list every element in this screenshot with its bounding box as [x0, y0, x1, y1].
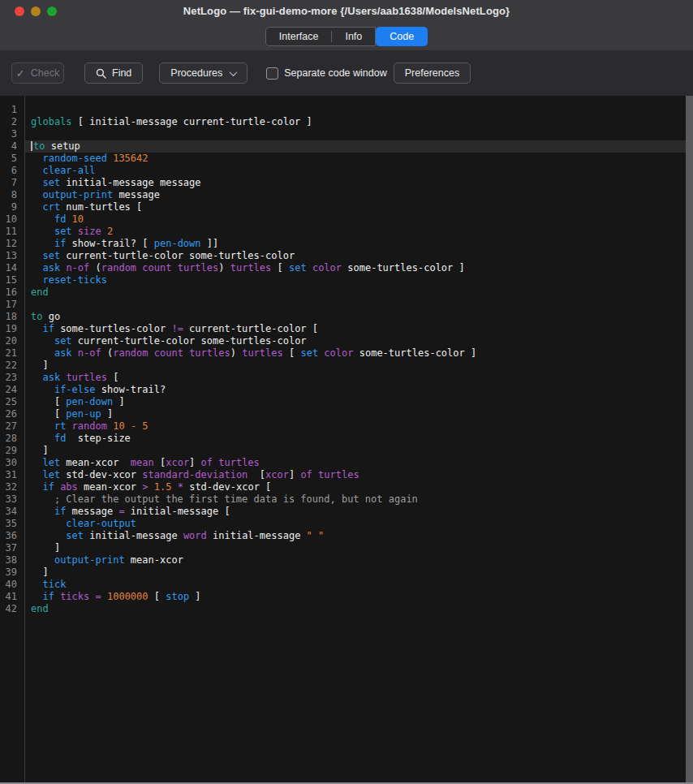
code-line[interactable]: to go [30, 311, 686, 323]
code-token: 5 [142, 420, 148, 432]
code-token: random [113, 347, 148, 359]
code-token: fd [54, 213, 66, 225]
code-token: color [324, 347, 353, 359]
text-cursor [31, 141, 32, 151]
code-token [148, 481, 154, 493]
line-number: 9 [0, 201, 17, 213]
code-line[interactable]: if ticks = 1000000 [ stop ] [30, 591, 686, 603]
code-line[interactable]: set current-turtle-color some-turtles-co… [30, 250, 686, 262]
code-line[interactable]: output-print message [30, 189, 686, 201]
code-line[interactable]: end [30, 603, 686, 615]
code-line[interactable]: if abs mean-xcor > 1.5 * std-dev-xcor [ [30, 481, 686, 493]
code-line[interactable]: to setup [25, 140, 686, 153]
code-line[interactable]: rt random 10 - 5 [30, 420, 686, 433]
code-token: size [78, 226, 101, 237]
code-line[interactable]: set current-turtle-color some-turtles-co… [30, 335, 686, 347]
code-line[interactable] [30, 104, 686, 116]
code-token: ask [42, 372, 60, 383]
code-token: xcor [265, 469, 289, 480]
code-line[interactable]: set size 2 [30, 226, 686, 238]
code-line[interactable]: set initial-message message [30, 177, 686, 189]
tab-interface[interactable]: Interface [266, 28, 332, 45]
separate-code-checkbox[interactable] [266, 67, 278, 80]
scrollbar-thumb[interactable] [686, 96, 693, 782]
code-line[interactable]: random-seed 135642 [30, 153, 686, 165]
code-line[interactable]: ] [30, 445, 686, 457]
code-line[interactable]: if message = initial-message [ [30, 506, 686, 518]
code-token: 10 [113, 420, 124, 432]
line-number: 25 [0, 396, 17, 408]
code-token: message [66, 506, 118, 517]
code-lines[interactable]: globals [ initial-message current-turtle… [25, 96, 686, 782]
code-line[interactable]: ask turtles [ [30, 372, 686, 384]
code-token: if [42, 591, 54, 602]
code-line[interactable]: clear-all [30, 165, 686, 177]
code-token: count [142, 262, 171, 274]
code-token: step-size [66, 433, 130, 444]
code-token: [ [271, 262, 289, 274]
code-line[interactable]: crt num-turtles [ [30, 201, 686, 213]
zoom-window-button[interactable] [47, 6, 57, 16]
code-token: turtles [242, 347, 283, 359]
line-number: 18 [0, 311, 17, 323]
code-token [31, 262, 42, 274]
code-token [31, 469, 42, 480]
code-token [31, 433, 54, 444]
code-token: turtles [178, 262, 219, 274]
code-line[interactable]: reset-ticks [30, 274, 686, 286]
code-editor[interactable]: 1234567891011121314151617181920212223242… [0, 96, 693, 784]
code-line[interactable]: if show-trail? [ pen-down ]] [30, 238, 686, 250]
preferences-button[interactable]: Preferences [394, 62, 471, 84]
code-line[interactable]: clear-output [30, 518, 686, 530]
code-line[interactable]: if some-turtles-color != current-turtle-… [30, 323, 686, 335]
code-line[interactable]: fd step-size [30, 433, 686, 445]
code-token: show-trail? [ [66, 238, 153, 249]
code-token: ask [42, 262, 60, 274]
line-number: 11 [0, 226, 17, 238]
code-token: standard-deviation [142, 469, 248, 480]
code-line[interactable]: ] [30, 360, 686, 372]
line-number: 12 [0, 238, 17, 250]
code-line[interactable]: let mean-xcor mean [xcor] of turtles [30, 457, 686, 469]
code-line[interactable]: ] [30, 542, 686, 554]
code-token [171, 481, 177, 493]
check-button[interactable]: ✓ Check [11, 62, 64, 84]
code-line[interactable]: ask n-of (random count turtles) turtles … [30, 347, 686, 360]
procedures-dropdown[interactable]: Procedures [159, 62, 248, 84]
code-token: std-dev-xcor [ [183, 481, 271, 493]
line-number: 3 [0, 128, 17, 140]
code-line[interactable]: [ pen-down ] [30, 396, 686, 408]
scrollbar[interactable] [686, 96, 693, 782]
minimize-window-button[interactable] [31, 6, 41, 16]
code-token: ]] [201, 238, 219, 249]
code-line[interactable]: ; Clear the output the first time data i… [30, 493, 686, 506]
code-line[interactable]: output-print mean-xcor [30, 554, 686, 566]
line-number: 35 [0, 518, 17, 530]
code-line[interactable] [30, 299, 686, 311]
code-line[interactable]: end [30, 286, 686, 299]
code-line[interactable]: [ pen-up ] [30, 408, 686, 420]
code-token: initial-message [ [125, 506, 230, 517]
close-window-button[interactable] [15, 6, 24, 16]
code-line[interactable]: fd 10 [30, 213, 686, 226]
tab-info[interactable]: Info [332, 28, 375, 45]
line-number: 7 [0, 177, 17, 189]
gutter: 1234567891011121314151617181920212223242… [0, 96, 25, 782]
tab-code[interactable]: Code [376, 27, 428, 46]
code-token [31, 591, 42, 602]
code-line[interactable]: tick [30, 579, 686, 591]
code-token [148, 347, 154, 359]
code-line[interactable]: ] [30, 566, 686, 579]
code-token: set [66, 530, 84, 541]
code-line[interactable]: globals [ initial-message current-turtle… [30, 116, 686, 128]
code-token [31, 457, 42, 468]
code-line[interactable] [30, 128, 686, 140]
find-button[interactable]: Find [84, 62, 143, 84]
code-line[interactable]: ask n-of (random count turtles) turtles … [30, 262, 686, 274]
code-token: set [42, 177, 60, 188]
code-line[interactable]: if-else show-trail? [30, 384, 686, 396]
code-line[interactable]: set initial-message word initial-message… [30, 530, 686, 542]
line-number: 32 [0, 481, 17, 493]
code-line[interactable]: let std-dev-xcor standard-deviation [xco… [30, 469, 686, 481]
line-number: 41 [0, 591, 17, 603]
